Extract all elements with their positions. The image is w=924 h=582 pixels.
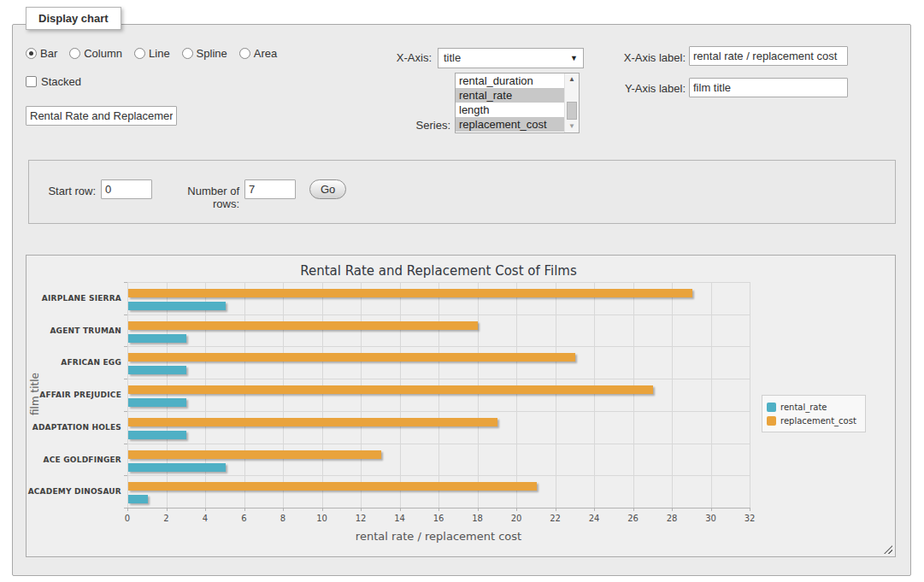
chevron-down-icon: ▼ <box>570 55 578 62</box>
bar-replacement_cost[interactable] <box>128 289 692 297</box>
x-tick-label: 14 <box>385 514 415 523</box>
x-tick-label: 4 <box>190 514 221 523</box>
x-tick-label: 6 <box>229 514 260 523</box>
gridline-h <box>127 346 750 347</box>
series-option-rental_duration[interactable]: rental_duration <box>456 73 579 88</box>
bar-rental_rate[interactable] <box>128 398 186 407</box>
bar-replacement_cost[interactable] <box>128 321 478 330</box>
xaxis-select[interactable]: title ▼ <box>438 48 584 68</box>
bar-rental_rate[interactable] <box>128 334 186 343</box>
go-button[interactable]: Go <box>309 179 346 199</box>
x-axis-line <box>127 508 750 509</box>
bar-rental_rate[interactable] <box>128 366 186 374</box>
bar-replacement_cost[interactable] <box>128 450 381 459</box>
radio-label: Column <box>84 47 122 60</box>
x-tick-label: 16 <box>423 514 454 523</box>
start-row-label: Start row: <box>15 185 96 197</box>
gridline-h <box>127 444 750 444</box>
scroll-down-icon[interactable]: ▼ <box>565 122 579 131</box>
legend-item-rental_rate[interactable]: rental_rate <box>767 400 856 414</box>
xaxis-label-label: X-Axis label: <box>600 51 686 64</box>
gridline-v <box>633 282 634 508</box>
series-option-rental_rate[interactable]: rental_rate <box>456 88 579 103</box>
gridline-v <box>556 282 556 508</box>
scrollbar-thumb[interactable] <box>567 102 577 120</box>
y-tick <box>124 315 127 315</box>
radio-icon[interactable] <box>239 48 250 59</box>
y-tick <box>124 346 127 347</box>
radio-option-area[interactable]: Area <box>239 47 277 60</box>
gridline-v <box>205 282 206 508</box>
gridline-h <box>127 411 750 412</box>
category-label: AGENT TRUMAN <box>26 326 121 336</box>
x-tick-label: 26 <box>618 514 649 523</box>
x-tick-label: 24 <box>579 514 609 523</box>
radio-option-bar[interactable]: Bar <box>26 47 57 60</box>
x-tick-label: 10 <box>307 514 338 523</box>
category-label: ACADEMY DINOSAUR <box>26 486 121 497</box>
bar-replacement_cost[interactable] <box>128 353 575 362</box>
stacked-checkbox[interactable] <box>26 76 37 87</box>
legend-item-replacement_cost[interactable]: replacement_cost <box>767 414 856 427</box>
y-axis-title: film title <box>29 343 41 445</box>
series-multiselect[interactable]: rental_durationrental_ratelengthreplacem… <box>455 73 580 133</box>
radio-option-spline[interactable]: Spline <box>182 47 227 60</box>
x-axis-title: rental rate / replacement cost <box>127 530 750 543</box>
x-tick-label: 12 <box>345 514 376 523</box>
radio-option-line[interactable]: Line <box>134 47 170 60</box>
radio-label: Area <box>254 47 277 60</box>
gridline-v <box>283 282 284 508</box>
gridline-v <box>361 282 362 508</box>
radio-label: Line <box>149 47 170 60</box>
chart-title: Rental Rate and Replacement Cost of Film… <box>127 263 750 279</box>
x-tick-label: 22 <box>540 514 571 523</box>
xaxis-label-input[interactable] <box>689 46 848 66</box>
series-scrollbar[interactable]: ▲ ▼ <box>564 73 579 132</box>
radio-option-column[interactable]: Column <box>69 47 122 60</box>
series-option-replacement_cost[interactable]: replacement_cost <box>456 117 579 132</box>
resize-handle[interactable] <box>884 545 892 554</box>
gridline-v <box>516 282 517 508</box>
yaxis-label-label: Y-Axis label: <box>600 82 686 95</box>
legend-swatch <box>767 403 776 412</box>
x-tick-label: 30 <box>696 514 727 523</box>
gridline-h <box>127 379 750 379</box>
y-tick <box>124 475 127 476</box>
yaxis-label-input[interactable] <box>689 78 848 97</box>
bar-rental_rate[interactable] <box>128 463 226 472</box>
num-rows-input[interactable] <box>244 179 296 199</box>
stacked-label: Stacked <box>41 75 81 88</box>
legend-swatch <box>767 416 776 426</box>
series-options: rental_durationrental_ratelengthreplacem… <box>456 73 579 132</box>
series-option-length[interactable]: length <box>456 103 579 117</box>
gridline-v <box>167 282 168 508</box>
radio-icon[interactable] <box>26 48 37 59</box>
radio-icon[interactable] <box>134 48 145 59</box>
x-tick-label: 8 <box>268 514 298 523</box>
panel-title: Display chart <box>26 7 121 30</box>
bar-rental_rate[interactable] <box>128 302 226 310</box>
gridline-v <box>127 282 128 508</box>
radio-icon[interactable] <box>69 48 80 59</box>
x-tick-label: 2 <box>151 514 182 523</box>
gridline-v <box>322 282 323 508</box>
gridline-h <box>127 282 750 283</box>
gridline-h <box>127 315 750 315</box>
legend-label: rental_rate <box>780 403 827 412</box>
bar-rental_rate[interactable] <box>128 495 148 503</box>
radio-icon[interactable] <box>182 48 193 59</box>
radio-label: Bar <box>40 47 57 60</box>
xaxis-select-value: title <box>444 51 461 64</box>
bar-replacement_cost[interactable] <box>128 418 497 426</box>
legend: rental_ratereplacement_cost <box>762 395 866 432</box>
scroll-up-icon[interactable]: ▲ <box>565 75 579 84</box>
xaxis-select-label: X-Axis: <box>346 51 432 64</box>
stacked-row: Stacked <box>26 75 81 88</box>
x-tick-label: 18 <box>462 514 493 523</box>
x-tick-label: 32 <box>734 514 765 523</box>
start-row-input[interactable] <box>101 179 152 199</box>
chart-title-input[interactable] <box>26 106 177 126</box>
bar-rental_rate[interactable] <box>128 431 186 439</box>
bar-replacement_cost[interactable] <box>128 482 537 491</box>
bar-replacement_cost[interactable] <box>128 385 653 394</box>
